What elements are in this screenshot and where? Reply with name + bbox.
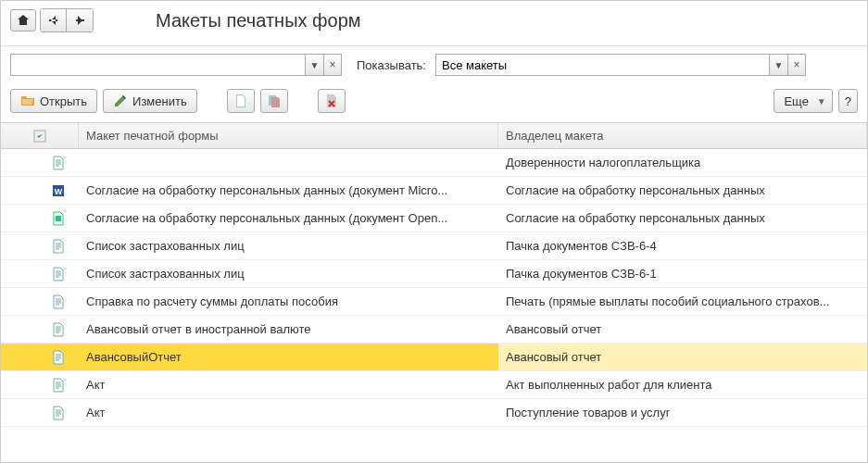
sheet-doc-icon bbox=[51, 239, 66, 254]
row-name-cell: Список застрахованных лиц bbox=[79, 260, 498, 287]
table-row[interactable]: Авансовый отчет в иностранной валютеАван… bbox=[1, 316, 867, 344]
filter-combo: ▼ × bbox=[10, 54, 342, 76]
filter-clear-button[interactable]: × bbox=[323, 54, 342, 76]
row-name: АвансовыйОтчет bbox=[86, 350, 182, 364]
folder-open-icon bbox=[20, 94, 35, 108]
row-state-cell bbox=[1, 288, 79, 315]
edit-label: Изменить bbox=[132, 94, 187, 108]
table-row[interactable]: Список застрахованных лицПачка документо… bbox=[1, 232, 867, 260]
row-owner: Согласие на обработку персональных данны… bbox=[506, 211, 765, 225]
action-3-button[interactable] bbox=[318, 89, 346, 113]
help-button[interactable]: ? bbox=[838, 89, 858, 113]
row-name: Авансовый отчет в иностранной валюте bbox=[86, 322, 311, 336]
row-owner: Согласие на обработку персональных данны… bbox=[506, 183, 765, 197]
table-row[interactable]: АвансовыйОтчетАвансовый отчет bbox=[1, 344, 867, 371]
row-name-cell: Акт bbox=[79, 371, 498, 398]
row-name: Справка по расчету суммы доплаты пособия bbox=[86, 294, 338, 308]
row-owner: Пачка документов СЗВ-6-4 bbox=[506, 239, 657, 253]
table-row[interactable]: Согласие на обработку персональных данны… bbox=[1, 177, 867, 205]
home-icon bbox=[16, 13, 31, 28]
row-state-cell bbox=[1, 427, 79, 429]
table-body[interactable]: Доверенности налогоплательщикаСогласие н… bbox=[1, 149, 867, 429]
sheet-doc-icon bbox=[51, 350, 66, 365]
edit-button[interactable]: Изменить bbox=[103, 89, 197, 113]
row-owner: Доверенности налогоплательщика bbox=[506, 156, 700, 169]
column-name[interactable]: Макет печатной формы bbox=[79, 123, 498, 148]
row-owner-cell: Печать акта об оказании услуг bbox=[498, 427, 867, 429]
help-icon: ? bbox=[845, 94, 851, 108]
show-clear-button[interactable]: × bbox=[787, 54, 806, 76]
row-owner-cell: Согласие на обработку персональных данны… bbox=[498, 177, 867, 204]
sheet-doc-icon bbox=[51, 294, 66, 309]
row-owner-cell: Акт выполненных работ для клиента bbox=[498, 371, 867, 398]
table-row[interactable]: АктПечать акта об оказании услуг bbox=[1, 427, 867, 429]
action-1-button[interactable] bbox=[227, 89, 255, 113]
chevron-down-icon: ▼ bbox=[774, 60, 784, 70]
row-name-cell: Согласие на обработку персональных данны… bbox=[79, 205, 498, 232]
forward-button[interactable] bbox=[67, 9, 93, 31]
row-state-cell bbox=[1, 260, 79, 287]
sheet-doc-icon bbox=[51, 267, 66, 282]
table-row[interactable]: АктПоступление товаров и услуг bbox=[1, 399, 867, 427]
show-label: Показывать: bbox=[357, 58, 426, 72]
table-row[interactable]: Согласие на обработку персональных данны… bbox=[1, 205, 867, 232]
row-state-cell bbox=[1, 177, 79, 204]
sheet-doc-icon bbox=[51, 322, 66, 337]
table-row[interactable]: Доверенности налогоплательщика bbox=[1, 149, 867, 177]
document-icon bbox=[233, 94, 248, 108]
show-dropdown-button[interactable]: ▼ bbox=[769, 54, 787, 76]
state-icon bbox=[32, 129, 47, 144]
filter-bar: ▼ × Показывать: ▼ × bbox=[1, 46, 867, 83]
row-state-cell bbox=[1, 205, 79, 232]
row-name-cell: Согласие на обработку персональных данны… bbox=[79, 177, 498, 204]
row-owner: Пачка документов СЗВ-6-1 bbox=[506, 267, 657, 281]
row-state-cell bbox=[1, 399, 79, 426]
row-owner: Акт выполненных работ для клиента bbox=[506, 378, 711, 392]
table-row[interactable]: Список застрахованных лицПачка документо… bbox=[1, 260, 867, 288]
open-button[interactable]: Открыть bbox=[10, 89, 97, 113]
row-owner-cell: Авансовый отчет bbox=[498, 344, 867, 370]
row-name-cell: АвансовыйОтчет bbox=[79, 344, 498, 370]
document-copy-icon bbox=[267, 94, 282, 108]
column-state[interactable] bbox=[1, 123, 79, 148]
chevron-down-icon: ▼ bbox=[817, 96, 826, 106]
row-name: Акт bbox=[86, 406, 105, 419]
close-icon: × bbox=[793, 58, 799, 71]
action-2-button[interactable] bbox=[260, 89, 288, 113]
table-row[interactable]: АктАкт выполненных работ для клиента bbox=[1, 371, 867, 399]
row-owner: Авансовый отчет bbox=[506, 322, 601, 336]
row-owner: Печать (прямые выплаты пособий социально… bbox=[506, 294, 829, 308]
row-name-cell: Акт bbox=[79, 427, 498, 429]
row-name-cell: Акт bbox=[79, 399, 498, 426]
home-button[interactable] bbox=[10, 9, 36, 31]
row-owner: Авансовый отчет bbox=[506, 350, 601, 364]
row-name-cell bbox=[79, 149, 498, 176]
word-doc-icon bbox=[51, 183, 66, 198]
nav-back-forward bbox=[40, 8, 94, 32]
row-owner-cell: Пачка документов СЗВ-6-1 bbox=[498, 260, 867, 287]
open-label: Открыть bbox=[40, 94, 87, 108]
close-icon: × bbox=[329, 58, 335, 71]
row-state-cell bbox=[1, 344, 79, 370]
row-owner-cell: Пачка документов СЗВ-6-4 bbox=[498, 232, 867, 259]
table-row[interactable]: Справка по расчету суммы доплаты пособия… bbox=[1, 288, 867, 316]
page-title: Макеты печатных форм bbox=[156, 10, 361, 31]
back-button[interactable] bbox=[41, 9, 67, 31]
row-name: Список застрахованных лиц bbox=[86, 239, 245, 253]
column-owner[interactable]: Владелец макета bbox=[498, 123, 867, 148]
open-doc-icon bbox=[51, 211, 66, 226]
row-owner-cell: Согласие на обработку персональных данны… bbox=[498, 205, 867, 232]
more-label: Еще bbox=[784, 94, 808, 108]
more-button[interactable]: Еще ▼ bbox=[774, 89, 832, 113]
chevron-down-icon: ▼ bbox=[310, 60, 320, 70]
pencil-icon bbox=[113, 94, 128, 108]
document-delete-icon bbox=[324, 94, 339, 108]
row-owner-cell: Поступление товаров и услуг bbox=[498, 399, 867, 426]
filter-dropdown-button[interactable]: ▼ bbox=[305, 54, 323, 76]
arrow-left-icon bbox=[46, 13, 61, 28]
filter-input[interactable] bbox=[10, 54, 305, 76]
row-owner-cell: Авансовый отчет bbox=[498, 316, 867, 343]
show-input[interactable] bbox=[435, 54, 769, 76]
row-owner-cell: Печать (прямые выплаты пособий социально… bbox=[498, 288, 867, 315]
row-name: Согласие на обработку персональных данны… bbox=[86, 211, 447, 225]
